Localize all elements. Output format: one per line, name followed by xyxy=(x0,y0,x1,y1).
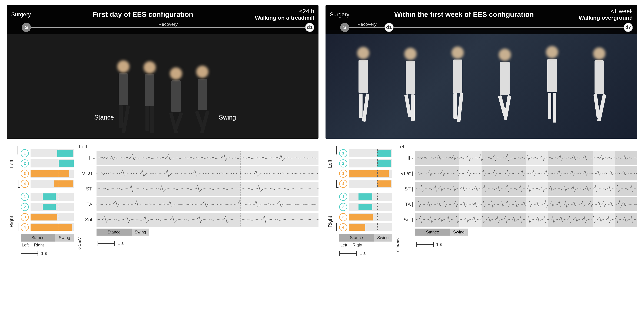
left-emg-row-ii: II - xyxy=(77,151,318,165)
right-emg-stance-label: Stance xyxy=(415,228,450,236)
right-figure-3 xyxy=(452,46,464,122)
left-bar-r2 xyxy=(30,203,74,211)
left-emg-row-st: ST | xyxy=(77,182,318,196)
right-bar-r1 xyxy=(349,193,392,201)
right-lr-right: Right xyxy=(352,242,362,248)
right-gait-row-r2: 2 xyxy=(339,203,392,211)
left-emg-left-label: Left xyxy=(79,144,318,150)
right-gait-row-r1: 1 xyxy=(339,193,392,201)
main-container: Surgery First day of EES configuration <… xyxy=(0,0,644,310)
right-gait-row-l3: 3 xyxy=(339,170,392,178)
left-figure-2 xyxy=(144,61,156,134)
left-time-label: <24 h xyxy=(255,8,314,14)
left-s-node: S xyxy=(22,23,31,32)
right-gait-row-l1: 1 xyxy=(339,149,392,157)
right-walking-photos xyxy=(326,30,637,139)
left-emg-label-ta: TA | xyxy=(77,202,95,207)
right-emg-mv-label: 0.04 mV xyxy=(396,237,400,252)
left-emg-section: Left II - xyxy=(77,142,318,293)
left-figure-1 xyxy=(117,60,130,134)
right-recovery-label: Recovery xyxy=(357,22,376,27)
right-gait-left-label: Left xyxy=(327,160,333,168)
right-gait-row-l4: 4 xyxy=(339,180,392,188)
svg-rect-17 xyxy=(415,151,460,165)
left-lr-left: Left xyxy=(22,242,29,248)
left-gait-swing: Swing xyxy=(55,234,74,242)
right-channel-r1: 1 xyxy=(339,193,347,201)
svg-rect-53 xyxy=(548,213,592,227)
right-gait-row-r4: 4 xyxy=(339,223,392,231)
right-emg-row-st: ST | xyxy=(396,182,637,196)
right-figure-1 xyxy=(357,47,370,122)
svg-rect-45 xyxy=(548,197,592,211)
left-channel-l3: 3 xyxy=(21,170,29,178)
left-gait-stance: Stance xyxy=(21,234,55,242)
left-gait-row-r3: 3 xyxy=(21,213,74,221)
left-activity: Walking on a treadmill xyxy=(255,14,314,21)
right-emg-row-vlat: VLat | xyxy=(396,166,637,180)
left-bracket-top xyxy=(18,146,20,154)
right-channel-l2: 2 xyxy=(339,160,347,168)
left-gait-row-r4: 4 xyxy=(21,223,74,231)
right-channel-l4: 4 xyxy=(339,180,347,188)
left-gait-scale: 1 s xyxy=(41,251,47,256)
right-emg-trace-ta xyxy=(415,197,637,211)
left-emg-trace-sol xyxy=(96,213,318,227)
right-d7-node: d7 xyxy=(624,23,633,32)
left-stance-label: Stance xyxy=(94,114,114,121)
right-surgery-label: Surgery xyxy=(330,11,349,18)
right-channel-l1: 1 xyxy=(339,149,347,157)
left-emg-scale: 1 s xyxy=(118,241,124,246)
right-s-node: S xyxy=(340,23,349,32)
right-figure-2 xyxy=(404,48,416,121)
left-emg-stance-label: Stance xyxy=(96,228,132,236)
left-channel-l4: 4 xyxy=(21,180,29,188)
right-gait-stance: Stance xyxy=(339,234,374,242)
left-photo-header: Surgery First day of EES configuration <… xyxy=(7,5,318,34)
left-emg-label-vlat: VLat | xyxy=(77,170,95,176)
left-figure-3 xyxy=(170,68,182,134)
left-emg-trace-ta xyxy=(96,197,318,211)
right-gait-diagram: Left 1 2 xyxy=(326,142,392,293)
left-gait-diagram: Left 1 2 xyxy=(7,142,74,293)
left-channel-r2: 2 xyxy=(21,203,29,211)
right-emg-trace-st xyxy=(415,182,637,196)
left-bar-r3 xyxy=(30,213,74,221)
left-emg-trace-st xyxy=(96,182,318,196)
left-bar-r4 xyxy=(30,223,74,231)
left-channel-l1: 1 xyxy=(21,149,29,157)
svg-rect-35 xyxy=(482,182,526,196)
right-figure-4 xyxy=(499,48,511,120)
svg-rect-51 xyxy=(482,213,526,227)
left-emg-row-ta: TA | xyxy=(77,197,318,211)
right-emg-row-sol: Sol | xyxy=(396,213,637,227)
right-figure-5 xyxy=(546,46,558,122)
right-bar-l2 xyxy=(349,160,392,168)
left-swing-label: Swing xyxy=(219,114,236,121)
right-channel-r3: 3 xyxy=(339,213,347,221)
svg-rect-14 xyxy=(96,213,241,227)
right-emg-trace-vlat xyxy=(415,166,637,180)
left-gait-left-label: Left xyxy=(9,160,14,168)
svg-rect-21 xyxy=(548,151,592,165)
right-figure-6 xyxy=(593,48,606,121)
left-emg-row-sol: Sol | xyxy=(77,213,318,227)
svg-rect-8 xyxy=(96,182,241,196)
right-gait-scale: 1 s xyxy=(360,251,366,256)
right-channel-r4: 4 xyxy=(339,223,347,231)
left-emg-label-sol: Sol | xyxy=(77,217,95,222)
left-gait-row-r2: 2 xyxy=(21,203,74,211)
left-emg-trace-vlat xyxy=(96,166,318,180)
right-emg-row-ii: II - xyxy=(396,151,637,165)
right-emg-label-st: ST | xyxy=(396,186,413,192)
left-bar-l2 xyxy=(30,160,74,168)
right-emg-left-label: Left xyxy=(398,144,637,150)
right-emg-label-vlat: VLat | xyxy=(396,170,413,176)
right-gait-swing: Swing xyxy=(374,234,392,242)
right-photo-header: Surgery Within the first week of EES con… xyxy=(326,5,637,34)
svg-rect-2 xyxy=(241,151,318,165)
left-data-section: Left 1 2 xyxy=(7,142,318,293)
left-emg-trace-ii xyxy=(96,151,318,165)
left-emg-label-ii: II - xyxy=(77,155,95,161)
svg-rect-50 xyxy=(460,213,482,227)
